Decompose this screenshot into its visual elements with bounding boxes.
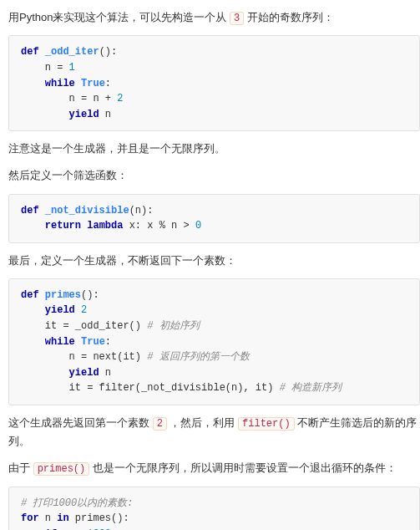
after-primes-paragraph: 这个生成器先返回第一个素数 2 ，然后，利用 filter() 不断产生筛选后的… [8,414,420,451]
intro-paragraph: 用Python来实现这个算法，可以先构造一个从 3 开始的奇数序列： [8,8,420,27]
code-odd-iter: def _odd_iter(): n = 1 while True: n = n… [8,35,420,131]
text: 开始的奇数序列： [244,11,334,23]
inline-code-2: 2 [153,417,167,431]
code-primes: def primes(): yield 2 it = _odd_iter() #… [8,278,420,405]
primes-intro-paragraph: 最后，定义一个生成器，不断返回下一个素数： [8,252,420,270]
code-not-divisible: def _not_divisible(n): return lambda x: … [8,194,420,243]
inline-code-3: 3 [230,12,244,25]
loop-condition-paragraph: 由于 primes() 也是一个无限序列，所以调用时需要设置一个退出循环的条件： [8,459,420,477]
code-print-primes: # 打印1000以内的素数: for n in primes(): if n <… [8,487,420,530]
filter-intro-paragraph: 然后定义一个筛选函数： [8,166,420,185]
text: 用Python来实现这个算法，可以先构造一个从 [8,11,230,23]
text: 也是一个无限序列，所以调用时需要设置一个退出循环的条件： [89,461,397,474]
text: 这个生成器先返回第一个素数 [8,416,153,429]
text: 由于 [8,461,33,474]
inline-code-primes: primes() [33,462,90,476]
inline-code-filter: filter() [238,417,295,431]
note-paragraph: 注意这是一个生成器，并且是一个无限序列。 [8,140,420,158]
text: ，然后，利用 [167,416,238,429]
